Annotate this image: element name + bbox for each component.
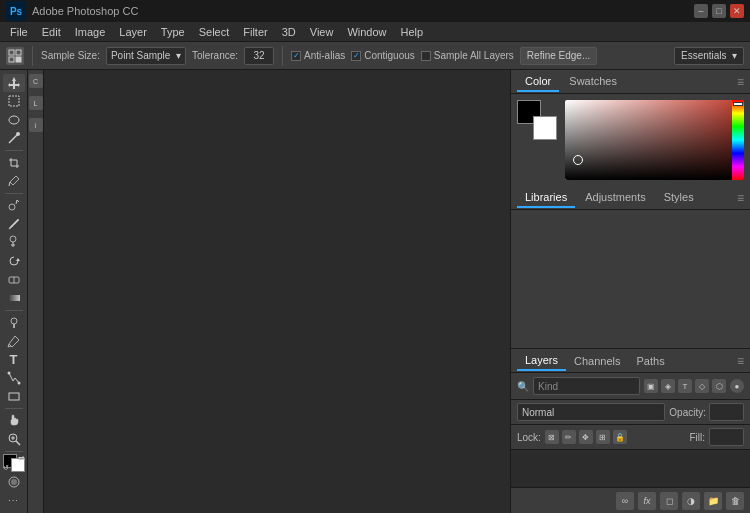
tab-adjustments[interactable]: Adjustments xyxy=(577,188,654,208)
spectrum-marker[interactable] xyxy=(733,102,743,106)
lock-transparent-icon[interactable]: ⊠ xyxy=(545,430,559,444)
tool-gradient[interactable] xyxy=(3,289,25,307)
filter-smart-icon[interactable]: ⬡ xyxy=(712,379,726,393)
tool-magic-wand[interactable] xyxy=(3,130,25,148)
mid-panel-menu-icon[interactable]: ≡ xyxy=(737,191,744,205)
tab-styles[interactable]: Styles xyxy=(656,188,702,208)
lock-all-icon[interactable]: 🔒 xyxy=(613,430,627,444)
tool-clone-stamp[interactable] xyxy=(3,234,25,252)
layer-adjustment-icon[interactable]: ◑ xyxy=(682,492,700,510)
swap-colors-icon[interactable]: ⇄ xyxy=(18,454,25,463)
layer-delete-icon[interactable]: 🗑 xyxy=(726,492,744,510)
color-gradient-area[interactable] xyxy=(565,100,744,180)
filter-type-icon[interactable]: T xyxy=(678,379,692,393)
filter-adjust-icon[interactable]: ◈ xyxy=(661,379,675,393)
tool-path-selection[interactable] xyxy=(3,369,25,387)
svg-point-11 xyxy=(10,236,16,242)
tab-libraries[interactable]: Libraries xyxy=(517,188,575,208)
options-bar: Sample Size: Point Sample ▾ Tolerance: ✓… xyxy=(0,42,750,70)
layers-filter-icons: ▣ ◈ T ◇ ⬡ xyxy=(644,379,726,393)
menu-window[interactable]: Window xyxy=(341,24,392,40)
tool-lasso[interactable] xyxy=(3,111,25,129)
tab-swatches[interactable]: Swatches xyxy=(561,72,625,92)
tool-separator-4 xyxy=(5,408,23,409)
color-bg-swatch[interactable] xyxy=(533,116,557,140)
canvas-area[interactable] xyxy=(44,70,510,513)
tool-hand[interactable] xyxy=(3,412,25,430)
tool-quickmask[interactable] xyxy=(3,473,25,491)
tool-extra[interactable]: ··· xyxy=(3,491,25,509)
color-panel-menu-icon[interactable]: ≡ xyxy=(737,75,744,89)
lock-image-icon[interactable]: ✏ xyxy=(562,430,576,444)
tolerance-input[interactable] xyxy=(244,47,274,65)
tool-zoom[interactable] xyxy=(3,430,25,448)
close-button[interactable]: ✕ xyxy=(730,4,744,18)
menu-help[interactable]: Help xyxy=(395,24,430,40)
lock-artboard-icon[interactable]: ⊞ xyxy=(596,430,610,444)
layer-group-icon[interactable]: 📁 xyxy=(704,492,722,510)
tool-type[interactable]: T xyxy=(3,350,25,368)
info-icon[interactable]: i xyxy=(29,118,43,132)
reset-colors-icon[interactable]: ↺ xyxy=(3,464,9,472)
filter-pixel-icon[interactable]: ▣ xyxy=(644,379,658,393)
tab-layers[interactable]: Layers xyxy=(517,351,566,371)
tool-move[interactable] xyxy=(3,74,25,92)
lock-position-icon[interactable]: ✥ xyxy=(579,430,593,444)
layer-comp-icon[interactable]: L xyxy=(29,96,43,110)
layer-fx-icon[interactable]: fx xyxy=(638,492,656,510)
workspace-dropdown[interactable]: Essentials ▾ xyxy=(674,47,744,65)
menu-type[interactable]: Type xyxy=(155,24,191,40)
svg-line-9 xyxy=(9,182,10,186)
svg-point-8 xyxy=(16,132,20,136)
refine-edge-button[interactable]: Refine Edge... xyxy=(520,47,597,65)
minimize-button[interactable]: – xyxy=(694,4,708,18)
menu-3d[interactable]: 3D xyxy=(276,24,302,40)
contiguous-checkbox[interactable]: ✓ xyxy=(351,51,361,61)
color-picker-marker[interactable] xyxy=(573,155,583,165)
options-separator-2 xyxy=(282,46,283,66)
tool-rectangular-marquee[interactable] xyxy=(3,93,25,111)
tab-color[interactable]: Color xyxy=(517,72,559,92)
layers-panel: Layers Channels Paths ≡ 🔍 Kind ▣ ◈ T ◇ xyxy=(511,348,750,513)
tool-pen[interactable] xyxy=(3,332,25,350)
color-icon[interactable]: C xyxy=(29,74,43,88)
tab-channels[interactable]: Channels xyxy=(566,352,628,370)
layer-mask-icon[interactable]: ◻ xyxy=(660,492,678,510)
tool-brush[interactable] xyxy=(3,215,25,233)
layers-content[interactable] xyxy=(511,450,750,487)
fill-input[interactable] xyxy=(709,428,744,446)
right-panels: Color Swatches ≡ xyxy=(510,70,750,513)
menu-view[interactable]: View xyxy=(304,24,340,40)
maximize-button[interactable]: □ xyxy=(712,4,726,18)
tab-paths[interactable]: Paths xyxy=(629,352,673,370)
layer-link-icon[interactable]: ∞ xyxy=(616,492,634,510)
opacity-input[interactable] xyxy=(709,403,744,421)
svg-marker-4 xyxy=(8,77,20,89)
filter-shape-icon[interactable]: ◇ xyxy=(695,379,709,393)
filter-toggle-icon[interactable]: ● xyxy=(730,379,744,393)
menu-edit[interactable]: Edit xyxy=(36,24,67,40)
anti-alias-checkbox[interactable]: ✓ xyxy=(291,51,301,61)
sample-size-dropdown[interactable]: Point Sample ▾ xyxy=(106,47,186,65)
menu-file[interactable]: File xyxy=(4,24,34,40)
blend-mode-dropdown[interactable]: Normal xyxy=(517,403,665,421)
menu-filter[interactable]: Filter xyxy=(237,24,273,40)
layers-search-input[interactable]: Kind xyxy=(533,377,640,395)
layers-panel-menu-icon[interactable]: ≡ xyxy=(737,354,744,368)
tool-crop[interactable] xyxy=(3,154,25,172)
spectrum-bar[interactable] xyxy=(732,100,744,180)
tool-rectangle[interactable] xyxy=(3,387,25,405)
tool-eyedropper[interactable] xyxy=(3,172,25,190)
menu-layer[interactable]: Layer xyxy=(113,24,153,40)
tool-spot-healing[interactable] xyxy=(3,197,25,215)
svg-point-16 xyxy=(11,318,17,324)
tool-eraser[interactable] xyxy=(3,271,25,289)
sample-all-layers-checkbox[interactable] xyxy=(421,51,431,61)
tool-dodge[interactable] xyxy=(3,313,25,331)
menu-image[interactable]: Image xyxy=(69,24,112,40)
svg-marker-12 xyxy=(16,258,20,261)
lock-label: Lock: xyxy=(517,432,541,443)
menu-select[interactable]: Select xyxy=(193,24,236,40)
tool-history-brush[interactable] xyxy=(3,252,25,270)
anti-alias-group: ✓ Anti-alias xyxy=(291,50,345,61)
